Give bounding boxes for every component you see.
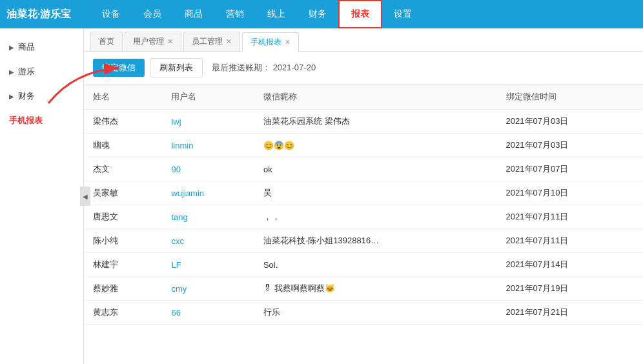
cell-bind-time: 2021年07月11日 [497, 205, 643, 229]
table-row[interactable]: 唐思文 tang ，， 2021年07月11日 [84, 205, 643, 229]
cell-name: 陈小纯 [84, 229, 162, 253]
table-header-row: 姓名 用户名 微信昵称 绑定微信时间 [84, 85, 643, 110]
cell-bind-time: 2021年07月07日 [497, 157, 643, 181]
cell-username: cxc [162, 229, 254, 253]
data-table-container: 姓名 用户名 微信昵称 绑定微信时间 梁伟杰 lwj 油菜花乐园系统 梁伟杰 2… [84, 85, 643, 364]
cell-username: 90 [162, 157, 254, 181]
cell-wechat-nick: 吴 [254, 181, 497, 205]
cell-wechat-nick: 🎖 我蔡啊蔡啊蔡🐱 [254, 277, 497, 301]
nav-item-members[interactable]: 会员 [132, 0, 173, 28]
cell-bind-time: 2021年07月10日 [497, 181, 643, 205]
table-row[interactable]: 陈小纯 cxc 油菜花科技-陈小姐13928816… 2021年07月11日 [84, 229, 643, 253]
tab-mobile-report-close[interactable]: ✕ [285, 38, 291, 46]
cell-wechat-nick: 油菜花乐园系统 梁伟杰 [254, 110, 497, 134]
col-header-wechat-nick: 微信昵称 [254, 85, 497, 110]
sidebar-item-finance[interactable]: ▶ 财务 [0, 84, 83, 108]
last-push-label: 最后推送账期： 2021-07-20 [212, 62, 316, 74]
tab-home[interactable]: 首页 [90, 32, 123, 51]
table-row[interactable]: 吴家敏 wujiamin 吴 2021年07月10日 [84, 181, 643, 205]
tab-mobile-report-label: 手机报表 [250, 37, 281, 48]
cell-name: 梁伟杰 [84, 110, 162, 134]
tab-home-label: 首页 [99, 36, 114, 47]
cell-bind-time: 2021年07月11日 [497, 229, 643, 253]
sidebar: ▶ 商品 ▶ 游乐 ▶ 财务 手机报表 [0, 28, 84, 364]
tab-mobile-report[interactable]: 手机报表 ✕ [242, 32, 299, 52]
sidebar-collapse-button[interactable]: ◀ [80, 187, 90, 206]
brand-logo: 油菜花·游乐宝 [6, 8, 71, 21]
cell-wechat-nick: ，， [254, 205, 497, 229]
content-area: 首页 用户管理 ✕ 员工管理 ✕ 手机报表 ✕ 绑定微信 刷新列表 [84, 28, 643, 364]
cell-wechat-nick: 😊😨😊 [254, 134, 497, 157]
cell-name: 蔡妙雅 [84, 277, 162, 301]
table-row[interactable]: 梁伟杰 lwj 油菜花乐园系统 梁伟杰 2021年07月03日 [84, 110, 643, 134]
cell-username: linmin [162, 134, 254, 157]
nav-item-settings[interactable]: 设置 [382, 0, 424, 28]
cell-username: 66 [162, 301, 254, 325]
arrow-icon-finance: ▶ [9, 93, 14, 100]
cell-bind-time: 2021年07月03日 [497, 110, 643, 134]
cell-name: 吴家敏 [84, 181, 162, 205]
nav-item-devices[interactable]: 设备 [90, 0, 132, 28]
nav-items: 设备 会员 商品 营销 线上 财务 报表 设置 [90, 0, 637, 28]
nav-item-online[interactable]: 线上 [256, 0, 297, 28]
cell-bind-time: 2021年07月03日 [497, 134, 643, 157]
bind-wechat-button[interactable]: 绑定微信 [93, 59, 145, 77]
arrow-icon-products: ▶ [9, 44, 14, 51]
cell-username: tang [162, 205, 254, 229]
cell-name: 黄志东 [84, 301, 162, 325]
sidebar-label-products: 商品 [18, 41, 35, 53]
cell-username: cmy [162, 277, 254, 301]
col-header-bind-time: 绑定微信时间 [497, 85, 643, 110]
cell-username: lwj [162, 110, 254, 134]
table-row[interactable]: 杰文 90 ok 2021年07月07日 [84, 157, 643, 181]
nav-item-marketing[interactable]: 营销 [214, 0, 256, 28]
col-header-username: 用户名 [162, 85, 254, 110]
tab-employee-management-label: 员工管理 [192, 36, 223, 47]
nav-item-reports[interactable]: 报表 [338, 0, 382, 28]
nav-item-products[interactable]: 商品 [173, 0, 214, 28]
col-header-name: 姓名 [84, 85, 162, 110]
nav-item-finance[interactable]: 财务 [297, 0, 338, 28]
table-row[interactable]: 林建宇 LF Sol. 2021年07月14日 [84, 253, 643, 277]
tab-user-management-close[interactable]: ✕ [167, 37, 173, 46]
toolbar: 绑定微信 刷新列表 最后推送账期： 2021-07-20 [84, 52, 643, 85]
cell-name: 林建宇 [84, 253, 162, 277]
data-table: 姓名 用户名 微信昵称 绑定微信时间 梁伟杰 lwj 油菜花乐园系统 梁伟杰 2… [84, 85, 643, 325]
cell-username: wujiamin [162, 181, 254, 205]
cell-wechat-nick: 油菜花科技-陈小姐13928816… [254, 229, 497, 253]
cell-name: 杰文 [84, 157, 162, 181]
refresh-button[interactable]: 刷新列表 [150, 58, 203, 77]
cell-bind-time: 2021年07月21日 [497, 301, 643, 325]
table-row[interactable]: 黄志东 66 行乐 2021年07月21日 [84, 301, 643, 325]
cell-wechat-nick: ok [254, 157, 497, 181]
cell-name: 幽魂 [84, 134, 162, 157]
cell-bind-time: 2021年07月19日 [497, 277, 643, 301]
sidebar-label-amusement: 游乐 [18, 66, 35, 77]
tab-user-management-label: 用户管理 [133, 36, 164, 47]
table-row[interactable]: 蔡妙雅 cmy 🎖 我蔡啊蔡啊蔡🐱 2021年07月19日 [84, 277, 643, 301]
arrow-icon-amusement: ▶ [9, 68, 14, 76]
tabs-bar: 首页 用户管理 ✕ 员工管理 ✕ 手机报表 ✕ [84, 28, 643, 52]
cell-name: 唐思文 [84, 205, 162, 229]
sidebar-label-mobile-report: 手机报表 [9, 115, 43, 126]
sidebar-label-finance: 财务 [18, 90, 35, 102]
tab-employee-management[interactable]: 员工管理 ✕ [183, 32, 240, 51]
sidebar-item-products[interactable]: ▶ 商品 [0, 35, 83, 59]
top-navigation: 油菜花·游乐宝 设备 会员 商品 营销 线上 财务 报表 设置 [0, 0, 643, 28]
cell-wechat-nick: 行乐 [254, 301, 497, 325]
table-row[interactable]: 幽魂 linmin 😊😨😊 2021年07月03日 [84, 134, 643, 157]
tab-user-management[interactable]: 用户管理 ✕ [125, 32, 181, 51]
cell-username: LF [162, 253, 254, 277]
tab-employee-management-close[interactable]: ✕ [226, 37, 232, 46]
cell-wechat-nick: Sol. [254, 253, 497, 277]
sidebar-item-amusement[interactable]: ▶ 游乐 [0, 59, 83, 84]
sidebar-item-mobile-report[interactable]: 手机报表 [0, 108, 83, 133]
cell-bind-time: 2021年07月14日 [497, 253, 643, 277]
